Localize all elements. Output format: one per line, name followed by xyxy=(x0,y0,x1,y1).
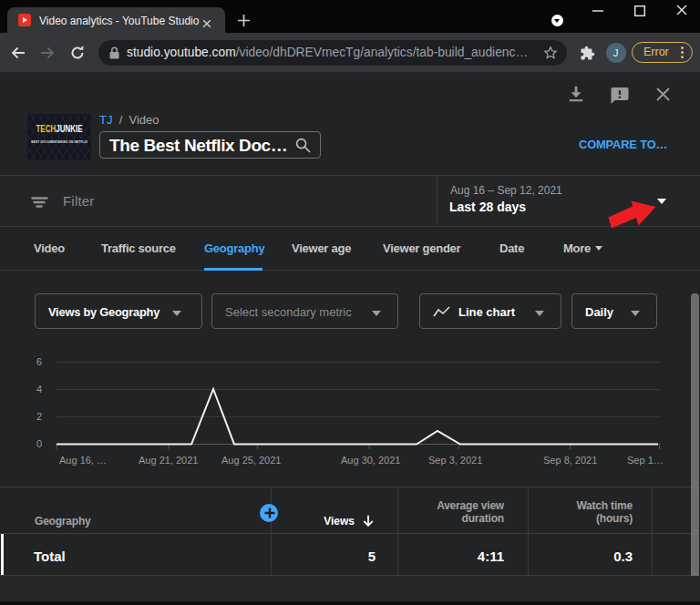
svg-text:4: 4 xyxy=(36,384,42,395)
svg-text:6: 6 xyxy=(36,356,42,367)
svg-text:0: 0 xyxy=(36,438,42,449)
svg-text:2: 2 xyxy=(36,411,42,422)
